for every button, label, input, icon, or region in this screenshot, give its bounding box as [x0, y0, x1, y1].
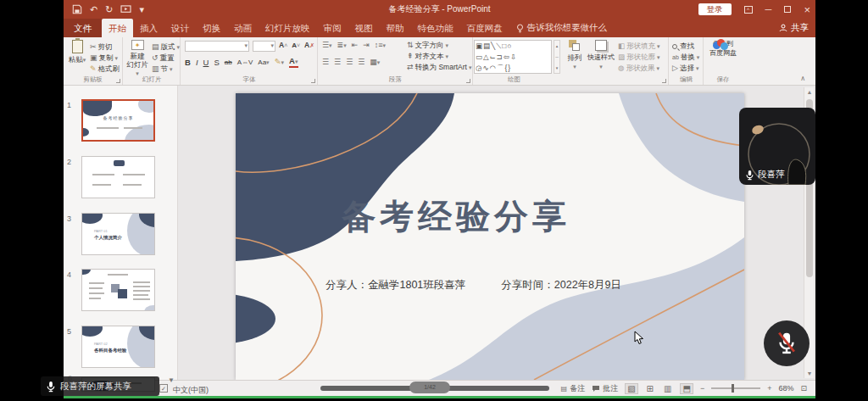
change-case-button[interactable]: Aa▾: [258, 58, 269, 67]
columns-icon[interactable]: ▦▾: [370, 58, 380, 67]
redo-icon[interactable]: ↻: [105, 3, 113, 15]
line-spacing-icon[interactable]: ↕≡▾: [375, 41, 386, 50]
shape-fill-button[interactable]: ◧形状填充▾: [618, 42, 660, 51]
tell-me-box[interactable]: 告诉我你想要做什么: [509, 19, 615, 37]
close-button[interactable]: ×: [804, 5, 810, 14]
drawing-dialog-launcher-icon[interactable]: [662, 79, 666, 83]
thumbnail-slide-2[interactable]: [81, 156, 155, 198]
panel-scroll-down-icon[interactable]: ▼: [168, 376, 175, 384]
reset-button[interactable]: ↺重置: [152, 53, 175, 63]
bold-button[interactable]: B: [185, 58, 191, 67]
format-painter-button[interactable]: ✎格式刷: [90, 64, 120, 74]
scroll-up-icon[interactable]: ▲: [804, 89, 815, 95]
select-button[interactable]: ▷选择▾: [672, 64, 698, 73]
section-button[interactable]: ▥节▾: [152, 64, 173, 74]
font-color-button[interactable]: A▾: [289, 56, 298, 68]
shape-effects-button[interactable]: ◍形状效果▾: [618, 64, 659, 73]
italic-button[interactable]: I: [196, 58, 198, 67]
new-slide-button[interactable]: ✦ 新建 幻灯片▾: [125, 39, 149, 78]
tab-view[interactable]: 视图: [348, 19, 380, 37]
zoom-slider-thumb[interactable]: [732, 384, 734, 393]
zoom-in-icon[interactable]: +: [767, 384, 771, 393]
layout-button[interactable]: ▤版式▾: [152, 42, 180, 52]
justify-icon[interactable]: ☰: [358, 58, 364, 67]
collapse-ribbon-icon[interactable]: ∧: [800, 75, 805, 82]
underline-button[interactable]: U: [203, 58, 209, 67]
thumbnail-slide-1[interactable]: 备考经验分享: [81, 99, 155, 142]
increase-indent-icon[interactable]: ⇥: [363, 41, 370, 50]
normal-view-icon[interactable]: ▧: [625, 383, 637, 394]
thumbnail-slide-3[interactable]: PART 01 个人情况简介: [81, 213, 155, 255]
comments-button[interactable]: 批注: [592, 383, 618, 394]
thumbnail-slide-5[interactable]: PART 02 各科目备考经验: [81, 326, 155, 368]
char-spacing-button[interactable]: A⇔V: [237, 58, 253, 67]
tab-design[interactable]: 设计: [164, 19, 196, 37]
scrubber-handle[interactable]: 1/42: [409, 382, 450, 393]
increase-font-icon[interactable]: A˄: [279, 41, 287, 50]
share-button[interactable]: 共享: [779, 19, 809, 37]
shape-outline-button[interactable]: ▨形状轮廓▾: [618, 53, 660, 62]
paste-button[interactable]: 粘贴▾: [67, 39, 87, 64]
undo-icon[interactable]: ↶: [90, 3, 97, 15]
text-shadow-button[interactable]: S: [214, 58, 219, 67]
zoom-slider[interactable]: [711, 387, 760, 389]
decrease-font-icon[interactable]: A˅: [292, 41, 300, 50]
save-icon[interactable]: [72, 4, 82, 14]
clipboard-dialog-launcher-icon[interactable]: [116, 79, 120, 83]
start-slideshow-icon[interactable]: [120, 5, 131, 14]
tab-insert[interactable]: 插入: [133, 19, 164, 37]
presenter-video-tile[interactable]: 段喜萍: [739, 108, 815, 185]
bullets-icon[interactable]: ☰▾: [322, 41, 332, 50]
replace-button[interactable]: ab替换▾: [672, 53, 699, 62]
notes-button[interactable]: ▤备注: [561, 383, 586, 394]
qat-customize-icon[interactable]: ▾: [139, 3, 144, 15]
restore-button[interactable]: [784, 6, 791, 13]
quick-styles-button[interactable]: 快速样式▾: [587, 39, 615, 71]
paragraph-dialog-launcher-icon[interactable]: [466, 79, 470, 83]
tab-special-features[interactable]: 特色功能: [411, 19, 460, 37]
tab-slideshow[interactable]: 幻灯片放映: [259, 19, 317, 37]
tab-file[interactable]: 文件: [64, 19, 102, 37]
find-button[interactable]: 查找: [672, 42, 694, 51]
decrease-indent-icon[interactable]: ⇤: [352, 41, 359, 50]
clear-formatting-icon[interactable]: A✗: [304, 41, 314, 50]
language-indicator[interactable]: 中文(中国): [173, 385, 209, 396]
cut-button[interactable]: ✂剪切: [90, 42, 113, 52]
copy-button[interactable]: ▣复制▾: [90, 53, 118, 63]
zoom-out-icon[interactable]: −: [700, 384, 704, 393]
scroll-down-icon[interactable]: ▼: [804, 370, 815, 376]
text-direction-button[interactable]: ⇅文字方向▾: [407, 41, 448, 50]
shape-gallery-scrollbar[interactable]: ▴─▾: [554, 40, 560, 74]
thumbnail-slide-4[interactable]: [81, 269, 155, 311]
login-button[interactable]: 登录: [698, 3, 732, 15]
shape-gallery[interactable]: ▣▤╲⟍□○▭△⌙⊐⇦⇩◶∿◠⌒{}: [474, 40, 552, 74]
mute-microphone-button[interactable]: [764, 320, 810, 366]
numbering-icon[interactable]: ≣▾: [337, 41, 347, 50]
tab-help[interactable]: 帮助: [380, 19, 411, 37]
align-text-button[interactable]: ⇞对齐文本▾: [407, 52, 448, 61]
tab-transitions[interactable]: 切换: [196, 19, 227, 37]
align-right-icon[interactable]: ☰: [346, 58, 353, 67]
fit-to-window-icon[interactable]: ⊡: [800, 384, 807, 393]
tab-baidu-netdisk[interactable]: 百度网盘: [460, 19, 509, 37]
font-dialog-launcher-icon[interactable]: [311, 79, 315, 83]
slide-canvas[interactable]: 备考经验分享 分享人：金融学1801班段喜萍 分享时间：2022年8月9日: [236, 93, 744, 380]
tab-home[interactable]: 开始: [102, 19, 133, 37]
save-to-baidu-button[interactable]: 保存到 百度网盘: [706, 39, 740, 58]
arrange-button[interactable]: 排列▾: [564, 39, 586, 71]
font-size-combobox[interactable]: [253, 41, 275, 52]
font-name-combobox[interactable]: [185, 41, 249, 52]
smartart-button[interactable]: ⇄转换为 SmartArt▾: [407, 63, 471, 72]
ribbon-display-options-icon[interactable]: ˄: [744, 6, 753, 14]
highlight-button[interactable]: ✎▾: [275, 57, 284, 67]
slideshow-view-icon[interactable]: ⬒: [680, 383, 693, 394]
minimize-button[interactable]: ─: [765, 5, 772, 14]
tab-review[interactable]: 审阅: [317, 19, 348, 37]
align-center-icon[interactable]: ☰: [334, 58, 341, 67]
reading-view-icon[interactable]: ▥: [662, 384, 673, 393]
spellcheck-icon[interactable]: ✓: [159, 384, 168, 393]
slide-sorter-icon[interactable]: ⊞: [645, 384, 655, 393]
strikethrough-button[interactable]: ab: [225, 58, 232, 67]
tab-animations[interactable]: 动画: [227, 19, 259, 37]
align-left-icon[interactable]: ☰: [322, 58, 329, 67]
